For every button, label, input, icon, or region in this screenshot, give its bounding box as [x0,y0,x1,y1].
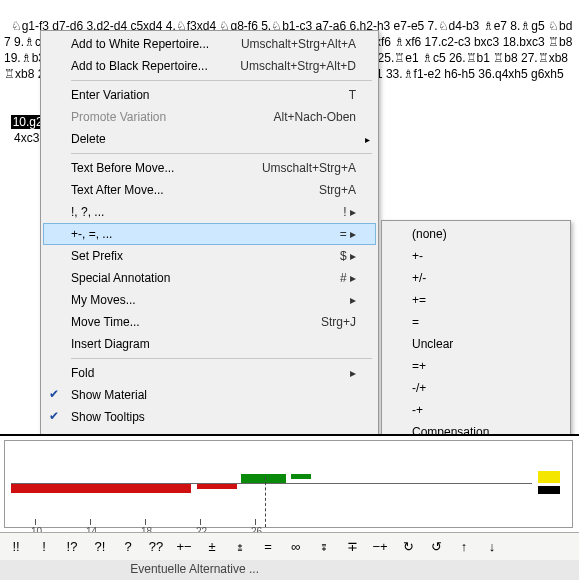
menu-item[interactable]: My Moves...▸ [43,289,376,311]
cursor-line [265,477,266,527]
menu-item-label: (none) [412,227,548,241]
menu-item[interactable]: Delete▸ [43,128,376,150]
menu-item-label: -/+ [412,381,548,395]
menu-item-label: Text After Move... [71,183,319,197]
menu-item-label: Add to White Repertoire... [71,37,241,51]
menu-shortcut: Strg+J [321,315,356,329]
annotation-symbol-button[interactable]: ?! [87,536,113,558]
menu-item[interactable]: Special Annotation# ▸ [43,267,376,289]
annotation-symbol-button[interactable]: ∞ [283,536,309,558]
menu-shortcut: ▸ [350,293,356,307]
menu-item-label: += [412,293,548,307]
menu-item-label: +-, =, ... [71,227,340,241]
menu-shortcut: Umschalt+Strg+Alt+D [240,59,356,73]
menu-item-label: Show Tooltips [71,410,356,424]
annotation-symbol-button[interactable]: ↓ [479,536,505,558]
menu-item-label: Fold [71,366,350,380]
evaluation-graph[interactable]: 1014182226 [11,471,532,526]
menu-item-label: +/- [412,271,548,285]
menu-item[interactable]: Add to White Repertoire...Umschalt+Strg+… [43,33,376,55]
submenu-arrow-icon: ▸ [365,134,370,145]
menu-shortcut: ! ▸ [343,205,356,219]
menu-item-label: =+ [412,359,548,373]
separator [71,358,372,359]
annotation-symbol-button[interactable]: ↺ [423,536,449,558]
menu-shortcut: $ ▸ [340,249,356,263]
annotation-symbol-button[interactable]: −+ [367,536,393,558]
menu-item[interactable]: Add to Black Repertoire...Umschalt+Strg+… [43,55,376,77]
menu-item-label: Unclear [412,337,548,351]
annotation-symbol-button[interactable]: ∓ [339,536,365,558]
status-text: Eventuelle Alternative ... [130,562,259,576]
separator [71,153,372,154]
menu-item-label: Promote Variation [71,110,274,124]
menu-item[interactable]: Text Before Move...Umschalt+Strg+A [43,157,376,179]
menu-item[interactable]: ✔Show Material [43,384,376,406]
menu-item-label: Text Before Move... [71,161,262,175]
menu-item[interactable]: !, ?, ...! ▸ [43,201,376,223]
menu-item[interactable]: += [384,289,568,311]
menu-item-label: My Moves... [71,293,350,307]
annotation-symbol-button[interactable]: +− [171,536,197,558]
menu-item[interactable]: Insert Diagram [43,333,376,355]
annotation-symbol-button[interactable]: !! [3,536,29,558]
menu-shortcut: T [349,88,356,102]
annotation-symbol-button[interactable]: ! [31,536,57,558]
annotation-symbol-button[interactable]: = [255,536,281,558]
marker-yellow [538,471,560,483]
annotation-symbol-button[interactable]: ↑ [451,536,477,558]
status-bar: Eventuelle Alternative ... [0,560,579,580]
menu-item-label: Set Prefix [71,249,340,263]
annotation-symbol-button[interactable]: ⩱ [311,536,337,558]
menu-item: Promote VariationAlt+Nach-Oben [43,106,376,128]
menu-item[interactable]: (none) [384,223,568,245]
menu-shortcut: # ▸ [340,271,356,285]
menu-item[interactable]: Unclear [384,333,568,355]
menu-shortcut: = ▸ [340,227,356,241]
evaluation-panel: 1014182226 [0,434,579,532]
menu-shortcut: Umschalt+Strg+A [262,161,356,175]
check-icon: ✔ [49,387,59,401]
menu-item[interactable]: = [384,311,568,333]
menu-shortcut: Alt+Nach-Oben [274,110,356,124]
menu-item[interactable]: ✔Show Tooltips [43,406,376,428]
menu-shortcut: ▸ [350,366,356,380]
menu-item-label: Special Annotation [71,271,340,285]
annotation-symbol-button[interactable]: ± [199,536,225,558]
annotation-symbol-button[interactable]: ? [115,536,141,558]
menu-shortcut: Umschalt+Strg+Alt+A [241,37,356,51]
menu-item[interactable]: =+ [384,355,568,377]
annotation-symbol-button[interactable]: ↻ [395,536,421,558]
menu-item-label: Insert Diagram [71,337,356,351]
menu-item-label: !, ?, ... [71,205,343,219]
annotation-symbol-button[interactable]: ?? [143,536,169,558]
marker-black [538,486,560,494]
menu-item-label: = [412,315,548,329]
menu-item-label: +- [412,249,548,263]
menu-item-label: Move Time... [71,315,321,329]
menu-item[interactable]: +-, =, ...= ▸ [43,223,376,245]
menu-item[interactable]: +/- [384,267,568,289]
menu-item[interactable]: Move Time...Strg+J [43,311,376,333]
menu-item[interactable]: +- [384,245,568,267]
menu-item-label: Show Material [71,388,356,402]
menu-shortcut: Strg+A [319,183,356,197]
check-icon: ✔ [49,409,59,423]
context-menu: Add to White Repertoire...Umschalt+Strg+… [40,30,379,482]
menu-item[interactable]: Set Prefix$ ▸ [43,245,376,267]
menu-item[interactable]: -/+ [384,377,568,399]
menu-item[interactable]: Enter VariationT [43,84,376,106]
menu-item-label: Add to Black Repertoire... [71,59,240,73]
menu-item-label: -+ [412,403,548,417]
menu-item[interactable]: Text After Move...Strg+A [43,179,376,201]
menu-item[interactable]: -+ [384,399,568,421]
annotation-symbol-button[interactable]: ⩲ [227,536,253,558]
menu-item-label: Delete [71,132,356,146]
menu-item[interactable]: Fold▸ [43,362,376,384]
menu-item-label: Enter Variation [71,88,349,102]
annotation-symbol-button[interactable]: !? [59,536,85,558]
notation-continuation: 4xc3 [11,131,40,145]
separator [71,80,372,81]
annotation-toolbar: !!!!??!???+−±⩲=∞⩱∓−+↻↺↑↓ [0,532,579,560]
